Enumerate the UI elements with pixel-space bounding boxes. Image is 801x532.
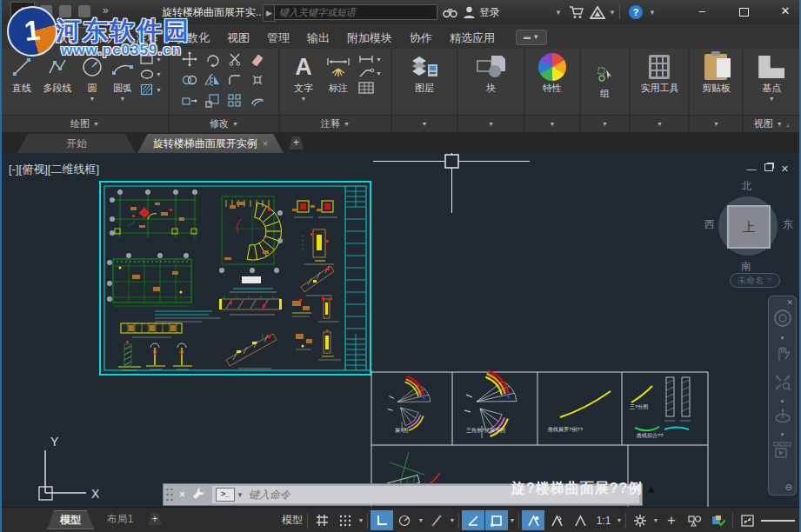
osnap-dropdown-icon[interactable]: ▼	[509, 517, 516, 523]
drawing-close-icon[interactable]: ✕	[781, 163, 789, 175]
named-view-dropdown[interactable]: 未命名▽	[730, 273, 780, 288]
ribbon-tab-manage[interactable]: 管理	[258, 28, 298, 49]
viewcube-south-label[interactable]: 南	[741, 259, 751, 274]
viewcube[interactable]: 上 北 南 西 东	[708, 179, 788, 266]
maximize-button[interactable]	[732, 3, 755, 20]
hardware-acceleration-icon[interactable]	[707, 510, 730, 530]
object-snap-icon[interactable]	[485, 510, 508, 530]
recent-commands-icon[interactable]: ▼	[237, 491, 244, 499]
new-drawing-tab-button[interactable]: +	[289, 136, 304, 150]
panel-label-utilities[interactable]: ▼	[631, 115, 688, 132]
orbit-icon[interactable]	[774, 409, 791, 428]
linear-dimension-button[interactable]: ▼	[358, 54, 382, 64]
help-icon[interactable]: ?	[629, 3, 643, 21]
annotation-visibility-icon[interactable]	[522, 510, 544, 530]
customization-menu-icon[interactable]	[759, 510, 797, 530]
a360-dropdown-icon[interactable]: ▼	[609, 3, 616, 21]
signin-label[interactable]: 登录	[479, 5, 500, 20]
help-dropdown-icon[interactable]: ▼	[649, 3, 656, 21]
signin-dropdown-icon[interactable]: ▼	[555, 3, 562, 21]
fullscreen-icon[interactable]	[736, 510, 758, 530]
model-tab[interactable]: 模型	[47, 510, 94, 529]
base-button[interactable]: 基点 ▼	[750, 51, 793, 102]
ribbon-tab-view[interactable]: 视图	[218, 28, 258, 49]
group-label[interactable]: 组	[600, 87, 610, 100]
viewport-controls-label[interactable]: [-][俯视][二维线框]	[9, 162, 99, 177]
viewcube-north-label[interactable]: 北	[741, 179, 751, 194]
panel-label-annotation[interactable]: 注释▼	[280, 115, 390, 132]
hatch-tool-button[interactable]: ▼	[140, 83, 162, 96]
command-bar-close-icon[interactable]: ×	[179, 489, 185, 501]
navbar-wheel-dropdown-icon[interactable]: ▾	[781, 335, 784, 342]
ribbon-tab-output[interactable]: 输出	[298, 28, 338, 49]
offset-icon[interactable]	[250, 95, 264, 110]
command-bar-grip[interactable]	[165, 487, 174, 502]
panel-label-properties[interactable]: ▼	[525, 115, 579, 132]
isolate-objects-icon[interactable]	[684, 510, 706, 530]
fillet-icon[interactable]	[228, 74, 242, 90]
leader-button[interactable]: ▼	[358, 68, 382, 78]
close-button[interactable]: ✕	[774, 3, 797, 20]
viewcube-top-face[interactable]: 上	[727, 205, 771, 249]
iso-dropdown-icon[interactable]: ▼	[449, 517, 456, 523]
workspace-gear-icon[interactable]	[629, 510, 651, 530]
block-insert-button[interactable]: 块	[464, 51, 517, 95]
text-button[interactable]: A 文字 ▼	[289, 51, 318, 102]
ribbon-tab-collaborate[interactable]: 协作	[401, 28, 441, 49]
zoom-extents-icon[interactable]	[774, 374, 791, 395]
command-prompt-icon[interactable]: >_	[216, 488, 235, 502]
new-layout-button[interactable]: +	[148, 513, 162, 525]
ortho-toggle-icon[interactable]	[370, 510, 393, 530]
mirror-icon[interactable]	[204, 74, 220, 90]
move-icon[interactable]	[182, 51, 197, 70]
file-tab-drawing[interactable]: 旋转楼梯曲面展开实例×	[137, 134, 284, 153]
rectangle-tool-button[interactable]: ▼	[140, 54, 162, 65]
pan-icon[interactable]	[774, 345, 791, 366]
panel-label-view[interactable]: 视图▼⌟	[744, 115, 799, 132]
search-binoculars-icon[interactable]	[443, 3, 457, 21]
layers-button[interactable]: 图层	[398, 51, 451, 95]
copy-icon[interactable]	[182, 74, 197, 90]
workspace-dropdown-icon[interactable]: ▼	[652, 517, 659, 523]
navbar-orbit-dropdown-icon[interactable]: ▾	[781, 431, 784, 438]
ribbon-display-toggle[interactable]: ▬ ▼	[516, 30, 547, 45]
customize-wrench-icon[interactable]	[192, 487, 205, 503]
trim-icon[interactable]	[228, 52, 242, 70]
stretch-icon[interactable]	[182, 95, 197, 110]
utilities-button[interactable]: 实用工具	[633, 51, 685, 95]
ellipse-tool-button[interactable]: ▼	[140, 69, 162, 80]
viewcube-east-label[interactable]: 东	[783, 217, 793, 232]
snap-dropdown-icon[interactable]: ▼	[357, 517, 364, 523]
drawing-minimize-icon[interactable]: —	[747, 163, 757, 175]
grid-toggle-icon[interactable]	[310, 510, 333, 530]
polyline-button[interactable]: 多段线	[38, 51, 77, 95]
save-file-icon[interactable]	[78, 5, 90, 17]
annotation-autoscale-icon[interactable]	[545, 510, 568, 530]
open-file-icon[interactable]	[59, 5, 71, 17]
qat-expand-icon[interactable]: »	[103, 4, 109, 17]
minimize-button[interactable]: –	[691, 3, 713, 20]
file-tab-close-icon[interactable]: ×	[263, 138, 268, 149]
polar-tracking-icon[interactable]	[394, 510, 417, 530]
autocad-app-icon[interactable]: A	[10, 2, 35, 24]
panel-label-group[interactable]: ▼	[581, 115, 630, 132]
circle-button[interactable]: 圆 ▼	[79, 51, 105, 102]
polar-dropdown-icon[interactable]: ▼	[417, 517, 424, 523]
ribbon-tab-featured-apps[interactable]: 精选应用	[441, 28, 504, 49]
panel-label-modify[interactable]: 修改▼	[170, 115, 278, 132]
layout1-tab[interactable]: 布局1	[96, 510, 144, 528]
new-file-icon[interactable]	[40, 5, 52, 17]
crosshair-size-icon[interactable]: +	[660, 510, 683, 530]
drawing-restore-icon[interactable]	[764, 163, 773, 171]
properties-button[interactable]: 特性	[530, 51, 575, 95]
scale-dropdown-icon[interactable]: ▼	[616, 517, 623, 523]
app-store-cart-icon[interactable]	[569, 3, 584, 21]
ribbon-tab-annotate[interactable]: 注释	[127, 28, 167, 49]
panel-label-clipboard[interactable]: ▼	[690, 115, 742, 132]
showmotion-icon[interactable]	[773, 442, 792, 462]
isometric-drafting-icon[interactable]	[425, 510, 448, 530]
erase-icon[interactable]	[250, 52, 264, 70]
navbar-collapse-icon[interactable]: ⊖	[785, 482, 792, 492]
model-space-toggle[interactable]: 模型	[280, 510, 304, 530]
scale-icon[interactable]	[205, 94, 219, 111]
